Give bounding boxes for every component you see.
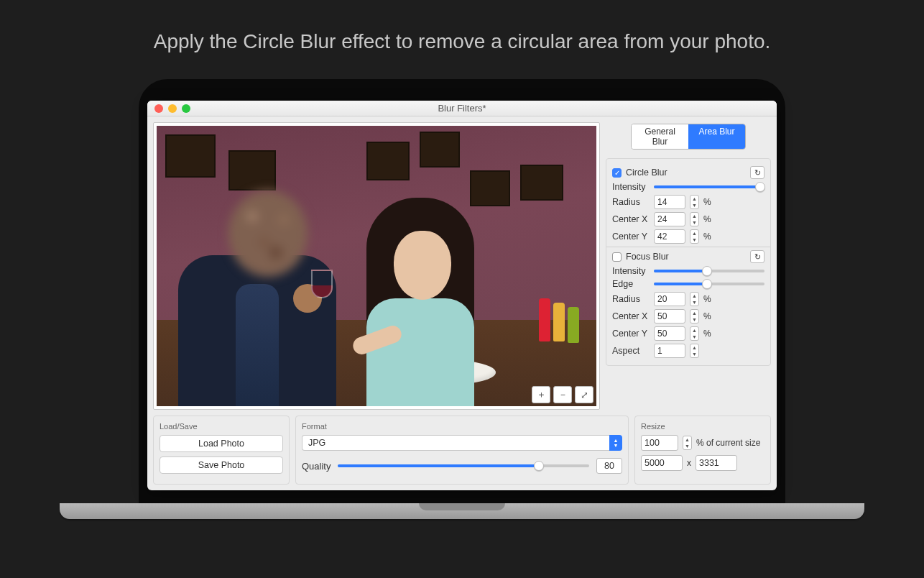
circle-reset-button[interactable]: ↻	[750, 166, 764, 179]
circle-blur-panel: ✓ Circle Blur ↻ Intensity Radius 14	[606, 158, 771, 366]
circle-intensity-slider[interactable]	[654, 185, 764, 188]
unit-label: %	[703, 197, 711, 207]
resize-percent-input[interactable]: 100	[641, 435, 678, 451]
circle-blur-label: Circle Blur	[626, 168, 667, 178]
focus-blur-label: Focus Blur	[626, 252, 669, 262]
focus-edge-label: Edge	[612, 279, 650, 289]
page-headline: Apply the Circle Blur effect to remove a…	[0, 0, 924, 53]
focus-blur-checkbox[interactable]	[612, 252, 622, 262]
window-title: Blur Filters*	[147, 103, 777, 114]
circle-blur-checkbox[interactable]: ✓	[612, 168, 622, 178]
load-photo-button[interactable]: Load Photo	[160, 435, 283, 452]
app-window: Blur Filters*	[147, 101, 777, 490]
laptop-frame: Blur Filters*	[139, 79, 785, 503]
tab-general-blur[interactable]: General Blur	[632, 124, 688, 149]
circle-centerx-input[interactable]: 24	[654, 212, 685, 226]
focus-aspect-stepper[interactable]: ▲▼	[690, 344, 699, 358]
titlebar: Blur Filters*	[147, 101, 777, 116]
resize-percent-label: % of current size	[696, 438, 760, 448]
circle-centerx-label: Center X	[612, 214, 650, 224]
circle-centerx-stepper[interactable]: ▲▼	[690, 212, 699, 226]
blur-mode-tabs: General Blur Area Blur	[631, 124, 746, 150]
fullscreen-button[interactable]: ⤢	[575, 386, 593, 403]
resize-percent-stepper[interactable]: ▲▼	[683, 436, 692, 450]
focus-aspect-input[interactable]: 1	[654, 344, 685, 358]
chevron-updown-icon: ▲▼	[609, 435, 622, 451]
resize-sep: x	[687, 458, 691, 468]
circle-blur-region	[228, 191, 308, 277]
zoom-icon[interactable]	[182, 104, 190, 113]
focus-centerx-label: Center X	[612, 311, 650, 321]
quality-label: Quality	[302, 461, 331, 472]
image-canvas[interactable]	[157, 126, 596, 406]
format-title: Format	[302, 422, 622, 431]
focus-edge-slider[interactable]	[654, 283, 764, 285]
quality-input[interactable]: 80	[596, 458, 622, 474]
focus-radius-stepper[interactable]: ▲▼	[690, 292, 699, 306]
circle-centery-label: Center Y	[612, 231, 650, 242]
load-save-title: Load/Save	[160, 422, 283, 431]
circle-radius-label: Radius	[612, 197, 650, 207]
format-selected: JPG	[302, 435, 609, 451]
focus-intensity-label: Intensity	[612, 266, 650, 276]
save-photo-button[interactable]: Save Photo	[160, 457, 283, 474]
tab-area-blur[interactable]: Area Blur	[688, 124, 745, 149]
focus-centery-stepper[interactable]: ▲▼	[690, 326, 699, 341]
focus-reset-button[interactable]: ↻	[750, 250, 764, 263]
resize-group: Resize 100 ▲▼ % of current size 5000 x 3…	[634, 416, 771, 485]
focus-radius-label: Radius	[612, 294, 650, 304]
load-save-group: Load/Save Load Photo Save Photo	[153, 416, 290, 485]
laptop-base	[60, 503, 864, 519]
controls-sidebar: General Blur Area Blur ✓ Circle Blur ↻ I…	[606, 122, 771, 410]
image-preview-panel: ＋ － ⤢	[153, 122, 600, 410]
resize-width-input[interactable]: 5000	[641, 455, 683, 471]
focus-centerx-stepper[interactable]: ▲▼	[690, 309, 699, 324]
circle-centery-input[interactable]: 42	[654, 229, 685, 244]
circle-centery-stepper[interactable]: ▲▼	[690, 229, 699, 244]
focus-centery-input[interactable]: 50	[654, 326, 685, 341]
format-group: Format JPG ▲▼ Quality 80	[295, 416, 629, 485]
zoom-out-button[interactable]: －	[553, 386, 572, 403]
resize-title: Resize	[641, 422, 764, 431]
focus-intensity-slider[interactable]	[654, 270, 764, 272]
circle-radius-input[interactable]: 14	[654, 195, 685, 209]
minimize-icon[interactable]	[168, 104, 177, 113]
focus-centerx-input[interactable]: 50	[654, 309, 685, 324]
close-icon[interactable]	[154, 104, 163, 113]
focus-radius-input[interactable]: 20	[654, 292, 685, 306]
resize-height-input[interactable]: 3331	[696, 455, 737, 471]
format-select[interactable]: JPG ▲▼	[302, 435, 622, 451]
quality-slider[interactable]	[338, 464, 589, 467]
focus-centery-label: Center Y	[612, 329, 650, 339]
focus-aspect-label: Aspect	[612, 346, 650, 356]
circle-intensity-label: Intensity	[612, 182, 650, 192]
circle-radius-stepper[interactable]: ▲▼	[690, 195, 699, 209]
zoom-in-button[interactable]: ＋	[532, 386, 550, 403]
